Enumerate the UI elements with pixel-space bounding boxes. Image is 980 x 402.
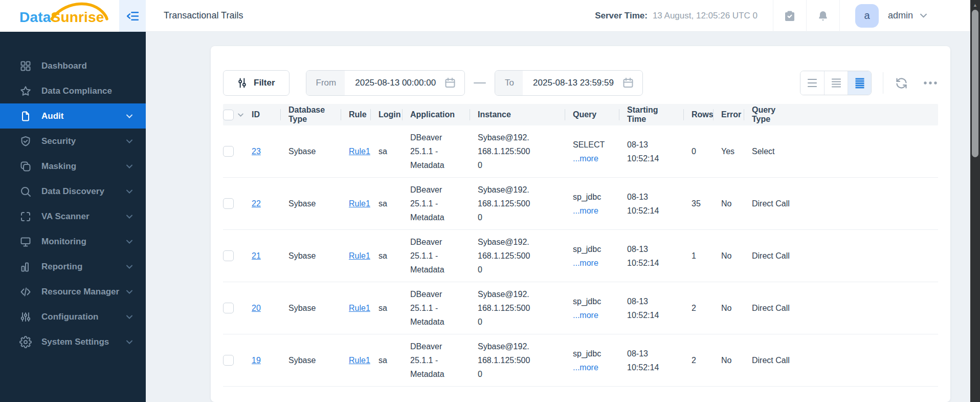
cell-select bbox=[223, 303, 252, 313]
cell-rows: 1 bbox=[683, 249, 713, 263]
cell-select bbox=[223, 250, 252, 261]
calendar-icon[interactable] bbox=[622, 77, 634, 89]
table-row: 23SybaseRule1saDBeaver 25.1.1 - Metadata… bbox=[223, 125, 938, 178]
id-link[interactable]: 22 bbox=[252, 199, 261, 208]
filter-button[interactable]: Filter bbox=[223, 70, 289, 96]
id-link[interactable]: 19 bbox=[252, 356, 261, 365]
row-checkbox[interactable] bbox=[223, 250, 234, 261]
code-icon bbox=[19, 286, 32, 298]
rule-link[interactable]: Rule1 bbox=[349, 199, 370, 208]
query-more-link[interactable]: ...more bbox=[573, 308, 614, 322]
to-value: 2025-08-13 23:59:59 bbox=[523, 78, 622, 88]
user-menu[interactable]: a admin bbox=[855, 4, 927, 28]
row-checkbox[interactable] bbox=[223, 355, 234, 366]
app-window: DataSunrise DashboardData ComplianceAudi… bbox=[0, 0, 980, 402]
refresh-icon bbox=[895, 76, 908, 90]
chevron-down-icon[interactable] bbox=[238, 113, 243, 117]
shield-icon bbox=[19, 135, 32, 147]
sidebar-collapse-button[interactable] bbox=[119, 0, 146, 32]
rule-link[interactable]: Rule1 bbox=[349, 251, 370, 260]
logo-word-data: Data bbox=[19, 9, 51, 25]
monitor-icon bbox=[19, 236, 32, 248]
clipboard-check-icon bbox=[784, 10, 796, 22]
column-header-label: Database Type bbox=[288, 105, 336, 124]
gear-icon bbox=[19, 336, 32, 348]
id-link[interactable]: 21 bbox=[252, 251, 261, 260]
vertical-scrollbar[interactable]: ▲ bbox=[970, 0, 980, 402]
cell-id: 21 bbox=[252, 249, 280, 263]
sidebar-item-data-discovery[interactable]: Data Discovery bbox=[0, 179, 146, 204]
sidebar-item-label: Monitoring bbox=[41, 237, 86, 247]
column-header-application: Application bbox=[402, 104, 470, 125]
topbar: Transactional Trails Server Time: 13 Aug… bbox=[146, 0, 970, 32]
cell-database-type: Sybase bbox=[280, 301, 341, 315]
sidebar-item-va-scanner[interactable]: VA Scanner bbox=[0, 204, 146, 229]
sidebar-item-reporting[interactable]: Reporting bbox=[0, 254, 146, 279]
column-header-query_type: Query Type bbox=[744, 104, 800, 125]
chevron-down-icon bbox=[126, 265, 132, 269]
notifications-button[interactable] bbox=[807, 0, 839, 32]
rule-link[interactable]: Rule1 bbox=[349, 304, 370, 312]
row-checkbox[interactable] bbox=[223, 146, 234, 157]
sidebar-item-masking[interactable]: Masking bbox=[0, 154, 146, 179]
tasks-button[interactable] bbox=[773, 0, 806, 32]
id-link[interactable]: 23 bbox=[252, 147, 261, 156]
cell-application: DBeaver 25.1.1 - Metadata bbox=[402, 183, 470, 224]
select-all-checkbox[interactable] bbox=[223, 110, 234, 120]
cell-starting-time: 08-13 10:52:14 bbox=[619, 347, 683, 374]
rule-link[interactable]: Rule1 bbox=[349, 356, 370, 365]
view-option-rows-medium[interactable] bbox=[824, 71, 848, 95]
rule-link[interactable]: Rule1 bbox=[349, 147, 370, 156]
masking-icon bbox=[19, 160, 32, 173]
server-time: Server Time: 13 August, 12:05:26 UTC 0 bbox=[595, 11, 758, 21]
cell-query-type: Direct Call bbox=[744, 301, 800, 315]
cell-application: DBeaver 25.1.1 - Metadata bbox=[402, 340, 470, 381]
sidebar-header: DataSunrise bbox=[0, 0, 146, 32]
to-label: To bbox=[495, 71, 523, 95]
cell-query-type: Direct Call bbox=[744, 353, 800, 367]
column-header-instance: Instance bbox=[470, 104, 565, 125]
row-checkbox[interactable] bbox=[223, 198, 234, 209]
from-datetime-field[interactable]: From 2025-08-13 00:00:00 bbox=[306, 70, 465, 96]
cell-rule: Rule1 bbox=[341, 197, 370, 210]
date-range: From 2025-08-13 00:00:00 To 2025-08-13 2… bbox=[306, 70, 643, 96]
chevron-down-icon bbox=[126, 189, 132, 194]
refresh-button[interactable] bbox=[895, 76, 908, 90]
datasunrise-logo: DataSunrise bbox=[0, 0, 119, 32]
cell-application: DBeaver 25.1.1 - Metadata bbox=[402, 235, 470, 277]
cell-id: 20 bbox=[252, 301, 280, 315]
cell-query-type: Direct Call bbox=[744, 197, 800, 210]
more-actions-button[interactable] bbox=[923, 81, 938, 85]
sidebar-item-resource-manager[interactable]: Resource Manager bbox=[0, 279, 146, 304]
sidebar-item-audit[interactable]: Audit bbox=[0, 103, 146, 129]
sidebar-item-dashboard[interactable]: Dashboard bbox=[0, 53, 146, 78]
view-option-rows-dense[interactable] bbox=[848, 71, 871, 95]
cell-rule: Rule1 bbox=[341, 353, 370, 367]
query-more-link[interactable]: ...more bbox=[573, 152, 614, 165]
id-link[interactable]: 20 bbox=[252, 304, 261, 312]
to-datetime-field[interactable]: To 2025-08-13 23:59:59 bbox=[495, 70, 643, 96]
sidebar-item-system-settings[interactable]: System Settings bbox=[0, 329, 146, 354]
column-header-label: Rows bbox=[692, 110, 714, 119]
cell-error: No bbox=[713, 301, 744, 315]
sidebar-item-configuration[interactable]: Configuration bbox=[0, 304, 146, 329]
sidebar-item-data-compliance[interactable]: Data Compliance bbox=[0, 78, 146, 103]
cell-rows: 2 bbox=[683, 301, 713, 315]
query-more-link[interactable]: ...more bbox=[573, 361, 614, 374]
select-column-header bbox=[223, 104, 252, 125]
ellipsis-icon bbox=[923, 81, 938, 85]
sidebar-item-security[interactable]: Security bbox=[0, 129, 146, 154]
row-checkbox[interactable] bbox=[223, 303, 234, 313]
scrollbar-thumb[interactable] bbox=[972, 10, 978, 157]
view-option-rows-sparse[interactable] bbox=[800, 71, 824, 95]
calendar-icon[interactable] bbox=[444, 77, 456, 89]
query-more-link[interactable]: ...more bbox=[573, 204, 614, 218]
cell-starting-time: 08-13 10:52:14 bbox=[619, 190, 683, 218]
topbar-right: Server Time: 13 August, 12:05:26 UTC 0 bbox=[595, 0, 927, 31]
sidebar-item-monitoring[interactable]: Monitoring bbox=[0, 229, 146, 254]
scrollbar-up-arrow[interactable]: ▲ bbox=[970, 2, 980, 8]
query-more-link[interactable]: ...more bbox=[573, 256, 614, 270]
sidebar-item-label: Resource Manager bbox=[41, 287, 119, 297]
range-dash bbox=[474, 82, 486, 83]
sidebar-item-label: Data Discovery bbox=[41, 186, 104, 197]
